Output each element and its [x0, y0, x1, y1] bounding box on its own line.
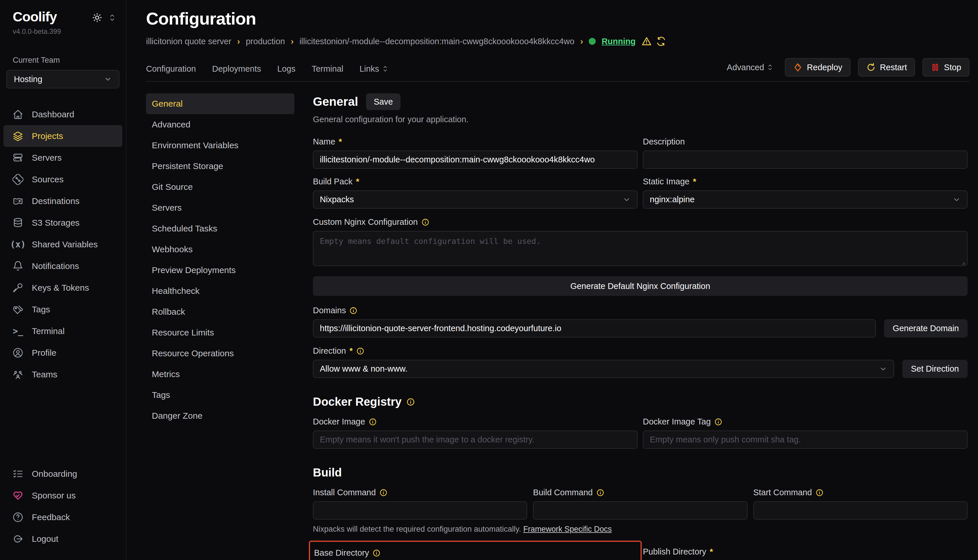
team-select-value: Hosting	[14, 75, 42, 84]
docker-image-tag-input[interactable]	[643, 430, 968, 449]
sidebar-item-feedback[interactable]: Feedback	[3, 506, 122, 528]
sidebar-item-sources[interactable]: Sources	[3, 168, 122, 190]
sidebar-item-s3-storages[interactable]: S3 Storages	[3, 212, 122, 233]
subnav-item-resource-limits[interactable]: Resource Limits	[146, 322, 294, 343]
redeploy-button[interactable]: Redeploy	[785, 58, 851, 77]
set-direction-button[interactable]: Set Direction	[902, 360, 968, 378]
restart-button[interactable]: Restart	[858, 58, 915, 77]
page-title: Configuration	[146, 9, 968, 28]
subnav-item-git-source[interactable]: Git Source	[146, 177, 294, 197]
subnav-item-servers[interactable]: Servers	[146, 197, 294, 218]
sidebar-item-notifications[interactable]: Notifications	[3, 255, 122, 277]
sidebar-item-tags[interactable]: Tags	[3, 298, 122, 320]
refresh-icon[interactable]	[656, 36, 666, 47]
subnav-item-rollback[interactable]: Rollback	[146, 302, 294, 322]
static-image-select[interactable]: nginx:alpine	[643, 190, 968, 208]
subnav-item-persistent-storage[interactable]: Persistent Storage	[146, 156, 294, 177]
tab-links[interactable]: Links	[359, 64, 388, 74]
sidebar-item-teams[interactable]: Teams	[3, 363, 122, 385]
breadcrumb-environment[interactable]: production	[246, 37, 285, 46]
sidebar-item-terminal[interactable]: >_ Terminal	[3, 320, 122, 342]
page-header: Configuration illicitonion quote server …	[127, 0, 978, 47]
subnav-item-resource-operations[interactable]: Resource Operations	[146, 343, 294, 364]
subnav-item-webhooks[interactable]: Webhooks	[146, 239, 294, 260]
publish-directory-label: Publish Directory*	[643, 547, 968, 557]
info-icon[interactable]	[356, 347, 364, 355]
domains-input[interactable]	[313, 319, 876, 338]
info-icon[interactable]	[406, 398, 415, 406]
subnav-item-metrics[interactable]: Metrics	[146, 364, 294, 385]
info-icon[interactable]	[596, 488, 604, 497]
build-heading: Build	[313, 466, 342, 479]
build-command-input[interactable]	[533, 501, 747, 520]
team-select[interactable]: Hosting	[7, 70, 119, 88]
terminal-icon: >_	[12, 327, 24, 335]
subnav-item-scheduled-tasks[interactable]: Scheduled Tasks	[146, 218, 294, 239]
info-icon[interactable]	[816, 488, 824, 497]
start-command-input[interactable]	[753, 501, 968, 520]
sidebar-item-profile[interactable]: Profile	[3, 342, 122, 363]
info-icon[interactable]	[421, 218, 430, 226]
subnav-item-preview-deployments[interactable]: Preview Deployments	[146, 260, 294, 281]
tab-configuration[interactable]: Configuration	[146, 64, 196, 74]
resize-handle-icon[interactable]	[961, 261, 965, 265]
info-icon[interactable]	[379, 488, 388, 497]
sidebar-item-logout[interactable]: Logout	[3, 528, 122, 550]
advanced-dropdown[interactable]: Advanced	[727, 63, 773, 72]
sidebar-collapse-icon[interactable]	[109, 13, 116, 22]
start-command-label: Start Command	[753, 488, 968, 497]
sidebar-item-destinations[interactable]: Destinations	[3, 190, 122, 212]
subnav-item-danger-zone[interactable]: Danger Zone	[146, 405, 294, 426]
help-circle-icon	[12, 512, 24, 523]
sidebar-item-label: Dashboard	[32, 110, 74, 119]
docker-image-tag-label: Docker Image Tag	[643, 417, 968, 427]
generate-domain-button[interactable]: Generate Domain	[884, 319, 968, 338]
subnav-item-tags[interactable]: Tags	[146, 385, 294, 405]
breadcrumb-application[interactable]: illicitestonion/-module--decomposition:m…	[299, 37, 574, 46]
sidebar-item-servers[interactable]: Servers	[3, 147, 122, 168]
sidebar-item-shared-variables[interactable]: (x) Shared Variables	[3, 233, 122, 255]
chevron-down-icon	[623, 196, 631, 204]
info-icon[interactable]	[373, 549, 381, 557]
theme-sun-icon[interactable]	[92, 13, 102, 23]
tab-deployments[interactable]: Deployments	[212, 64, 261, 74]
description-input[interactable]	[643, 150, 968, 169]
sidebar: Coolify v4.0.0-beta.399 Current Team Hos…	[0, 0, 126, 560]
name-input[interactable]	[313, 150, 638, 169]
sidebar-item-projects[interactable]: Projects	[3, 125, 122, 147]
sidebar-item-label: Logout	[32, 534, 59, 544]
sidebar-item-keys-tokens[interactable]: Keys & Tokens	[3, 277, 122, 298]
stop-button[interactable]: Stop	[923, 58, 969, 77]
subnav-item-healthcheck[interactable]: Healthcheck	[146, 281, 294, 302]
tab-logs[interactable]: Logs	[278, 64, 296, 74]
restart-icon	[866, 62, 876, 72]
nixpacks-helper-text: Nixpacks will detect the required config…	[313, 525, 968, 534]
sidebar-item-onboarding[interactable]: Onboarding	[3, 463, 122, 485]
info-icon[interactable]	[369, 418, 377, 426]
tab-terminal[interactable]: Terminal	[312, 64, 344, 74]
warning-icon[interactable]	[641, 36, 652, 47]
docker-image-input[interactable]	[313, 430, 638, 449]
subnav-item-advanced[interactable]: Advanced	[146, 114, 294, 135]
sidebar-item-dashboard[interactable]: Dashboard	[3, 103, 122, 125]
chevron-updown-icon	[767, 63, 773, 71]
status-badge[interactable]: Running	[602, 37, 635, 46]
chevron-right-icon: ›	[237, 37, 240, 46]
framework-docs-link[interactable]: Framework Specific Docs	[523, 525, 612, 533]
install-command-input[interactable]	[313, 501, 527, 520]
base-directory-highlight-box: Base Directory	[309, 541, 642, 560]
tags-icon	[12, 304, 24, 315]
save-button[interactable]: Save	[366, 93, 400, 110]
direction-select[interactable]: Allow www & non-www.	[313, 360, 894, 378]
custom-nginx-textarea[interactable]	[313, 231, 968, 266]
generate-nginx-button[interactable]: Generate Default Nginx Configuration	[313, 276, 968, 296]
sidebar-item-sponsor[interactable]: Sponsor us	[3, 485, 122, 506]
breadcrumb-project[interactable]: illicitonion quote server	[146, 37, 231, 46]
info-icon[interactable]	[349, 307, 358, 315]
build-pack-select[interactable]: Nixpacks	[313, 190, 638, 208]
redeploy-label: Redeploy	[807, 63, 843, 72]
info-icon[interactable]	[714, 418, 722, 426]
subnav-item-general[interactable]: General	[146, 93, 294, 114]
subnav-item-environment-variables[interactable]: Environment Variables	[146, 135, 294, 156]
status-dot	[589, 38, 596, 45]
